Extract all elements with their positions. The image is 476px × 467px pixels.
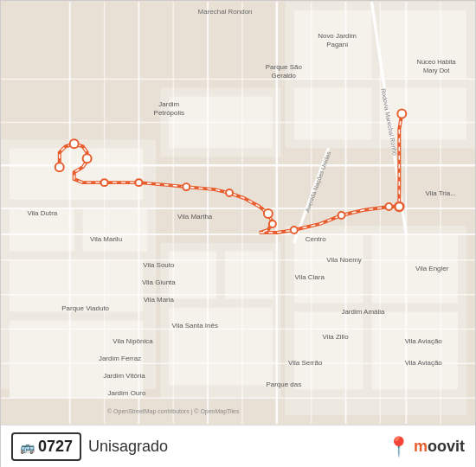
svg-point-57: [338, 212, 345, 219]
svg-text:© OpenStreetMap contributors |: © OpenStreetMap contributors | © OpenMap…: [107, 408, 240, 415]
svg-text:Vila Clara: Vila Clara: [294, 273, 325, 281]
svg-point-58: [385, 203, 392, 210]
svg-text:Vila Aviação: Vila Aviação: [405, 359, 443, 367]
svg-text:Vila Noemy: Vila Noemy: [326, 256, 362, 264]
svg-text:Jardim Ferraz: Jardim Ferraz: [99, 355, 141, 362]
svg-text:Vila Santa Inês: Vila Santa Inês: [171, 322, 217, 329]
svg-rect-4: [83, 208, 148, 252]
svg-text:Pagani: Pagani: [326, 41, 348, 48]
svg-point-51: [135, 179, 142, 186]
svg-text:Geraldo: Geraldo: [272, 72, 297, 80]
svg-point-52: [183, 183, 190, 190]
svg-text:Vila Tria...: Vila Tria...: [425, 189, 455, 197]
svg-point-59: [395, 202, 403, 211]
svg-text:Vila Nipônica: Vila Nipônica: [113, 337, 153, 345]
svg-text:Vila Serrão: Vila Serrão: [288, 359, 323, 367]
svg-text:Vila Giunta: Vila Giunta: [142, 278, 176, 286]
svg-text:Marechal Rondon: Marechal Rondon: [198, 8, 253, 16]
route-number: 0727: [38, 438, 73, 456]
svg-point-47: [55, 163, 64, 171]
route-name: Unisagrado: [88, 438, 168, 456]
app-container: Marechal Rondon Novo Jardim Pagani Núceo…: [0, 0, 476, 467]
svg-point-48: [70, 139, 79, 148]
svg-text:Jardim Amália: Jardim Amália: [341, 308, 385, 316]
svg-text:Núceo Habita: Núceo Habita: [417, 58, 457, 66]
route-number-box: 🚌 0727: [11, 432, 81, 461]
svg-point-56: [291, 227, 298, 234]
map-container[interactable]: Marechal Rondon Novo Jardim Pagani Núceo…: [1, 1, 475, 425]
route-badge: 🚌 0727 Unisagrado: [11, 432, 168, 461]
svg-point-53: [226, 189, 233, 196]
moovit-pin-icon: 📍: [387, 436, 410, 458]
svg-rect-21: [294, 312, 363, 390]
svg-text:Parque das: Parque das: [266, 381, 301, 388]
bus-icon: 🚌: [20, 440, 35, 454]
svg-point-49: [83, 154, 92, 163]
svg-rect-10: [169, 252, 216, 299]
svg-text:Vila Marilu: Vila Marilu: [90, 235, 122, 243]
svg-rect-19: [294, 234, 363, 304]
svg-text:Vila Engler: Vila Engler: [415, 265, 449, 272]
svg-text:Novo Jardim: Novo Jardim: [318, 32, 357, 40]
svg-rect-11: [225, 252, 273, 299]
svg-rect-2: [10, 148, 143, 200]
svg-rect-22: [371, 312, 458, 390]
svg-rect-12: [169, 308, 273, 386]
svg-point-60: [397, 109, 406, 118]
svg-text:Jardim: Jardim: [158, 100, 179, 108]
svg-text:Jardim Ouro: Jardim Ouro: [108, 389, 146, 397]
svg-text:Vila Maria: Vila Maria: [144, 296, 175, 304]
svg-text:Parque Viaduto: Parque Viaduto: [61, 304, 109, 312]
footer-bar: 🚌 0727 Unisagrado 📍 moovit: [1, 425, 475, 467]
moovit-text: moovit: [414, 438, 465, 456]
svg-text:Centro: Centro: [306, 235, 326, 243]
svg-text:Vila Souto: Vila Souto: [143, 261, 175, 269]
moovit-logo: 📍 moovit: [387, 436, 465, 458]
svg-point-55: [269, 221, 276, 227]
svg-text:Vila Martha: Vila Martha: [177, 213, 213, 221]
svg-rect-16: [294, 88, 372, 140]
svg-text:Vila Dutra: Vila Dutra: [27, 209, 57, 217]
svg-text:Vila Aviação: Vila Aviação: [405, 337, 443, 345]
svg-point-54: [264, 209, 273, 218]
svg-text:Parque São: Parque São: [266, 63, 303, 71]
svg-point-50: [101, 179, 108, 186]
svg-text:Mary Dot: Mary Dot: [423, 67, 450, 74]
svg-text:Vila Zillo: Vila Zillo: [323, 333, 350, 341]
svg-text:Petrópolis: Petrópolis: [154, 109, 184, 117]
svg-text:Jardim Vitória: Jardim Vitória: [103, 372, 145, 380]
